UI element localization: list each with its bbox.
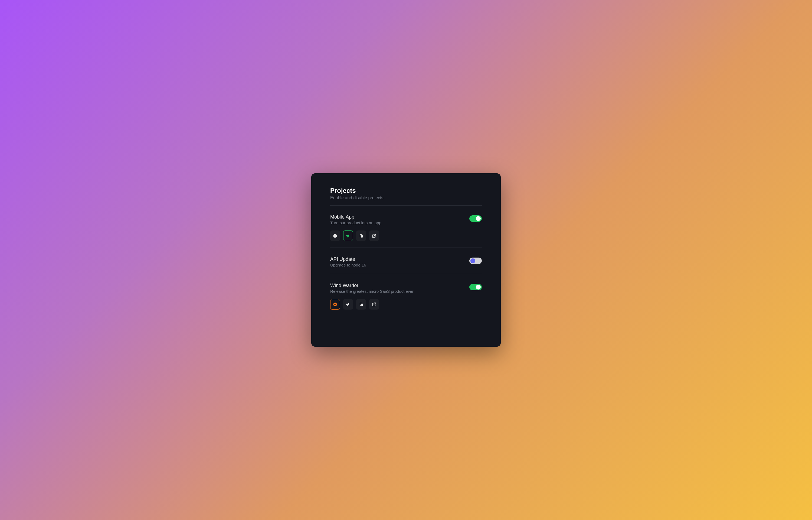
copy-icon: [359, 233, 364, 238]
project-description: Upgrade to node 16: [330, 263, 469, 267]
toggle-knob: [476, 285, 481, 289]
plus-circle-icon: [333, 233, 338, 238]
external-link-button[interactable]: [369, 231, 379, 241]
megaphone-button[interactable]: [343, 231, 353, 241]
enable-toggle[interactable]: [469, 258, 482, 264]
card-subtitle: Enable and disable projects: [330, 196, 482, 201]
copy-icon: [359, 302, 364, 307]
project-row: Wind WarriorRelease the greatest micro S…: [330, 274, 482, 316]
copy-button[interactable]: [356, 231, 366, 241]
megaphone-icon: [346, 302, 351, 307]
project-title: Wind Warrior: [330, 283, 469, 288]
project-row: Mobile AppTurn our product into an app: [330, 206, 482, 248]
toggle-knob: [470, 258, 475, 263]
action-bar: [330, 299, 482, 310]
project-title: Mobile App: [330, 214, 469, 220]
toggle-knob: [476, 216, 481, 221]
action-bar: [330, 231, 482, 241]
external-link-icon: [372, 233, 376, 238]
project-description: Turn our product into an app: [330, 220, 469, 225]
plus-circle-button[interactable]: [330, 299, 340, 310]
plus-circle-icon: [333, 302, 338, 307]
external-link-icon: [372, 302, 376, 307]
card-title: Projects: [330, 187, 482, 194]
projects-card: Projects Enable and disable projects Mob…: [311, 173, 501, 347]
megaphone-icon: [346, 233, 351, 238]
enable-toggle[interactable]: [469, 284, 482, 290]
project-description: Release the greatest micro SaaS product …: [330, 289, 469, 293]
project-row: API UpdateUpgrade to node 16: [330, 248, 482, 274]
megaphone-button[interactable]: [343, 299, 353, 310]
copy-button[interactable]: [356, 299, 366, 310]
plus-circle-button[interactable]: [330, 231, 340, 241]
project-title: API Update: [330, 257, 469, 262]
external-link-button[interactable]: [369, 299, 379, 310]
enable-toggle[interactable]: [469, 215, 482, 222]
